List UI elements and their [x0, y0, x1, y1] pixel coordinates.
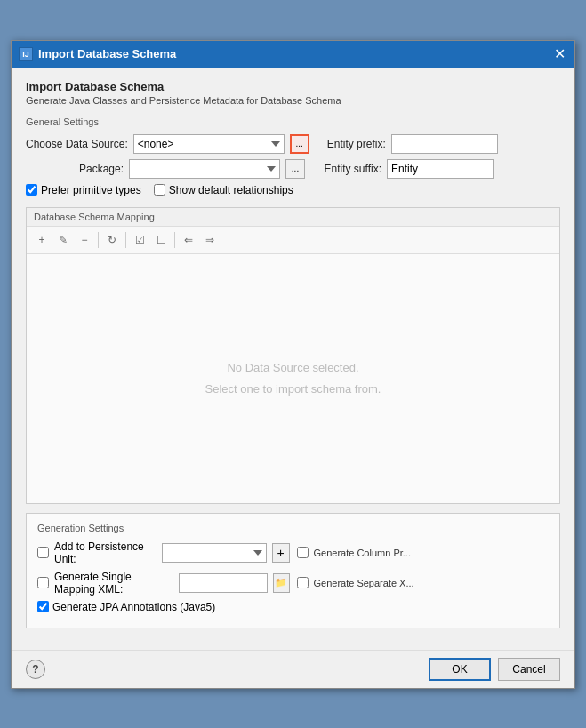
package-select[interactable] [129, 159, 280, 179]
generate-separate-label: Generate Separate X... [314, 578, 414, 588]
generation-settings-section: Generation Settings Add to Persistence U… [26, 513, 560, 628]
add-persistence-checkbox[interactable] [37, 547, 49, 558]
add-persistence-label: Add to Persistence Unit: [54, 540, 157, 565]
data-source-label: Choose Data Source: [26, 138, 128, 150]
gen-row-3: Generate JPA Annotations (Java5) [37, 601, 549, 613]
single-xml-folder-button[interactable]: 📁 [273, 573, 289, 593]
help-button[interactable]: ? [26, 660, 45, 679]
generate-separate-checkbox[interactable] [297, 577, 309, 588]
gen-right-1: Generate Column Pr... [297, 547, 550, 558]
dialog-main-title: Import Database Schema [26, 80, 560, 93]
db-schema-toolbar: + ✎ − ↻ ☑ ☐ [27, 227, 559, 254]
data-source-dots-button[interactable]: ... [290, 134, 309, 154]
db-schema-content: No Data Source selected. Select one to i… [27, 254, 559, 503]
persistence-add-button[interactable]: + [272, 543, 290, 563]
general-settings-label: General Settings [26, 116, 560, 127]
gen-left-2: Generate Single Mapping XML: 📁 [37, 571, 290, 596]
no-data-text: No Data Source selected. Select one to i… [205, 357, 381, 399]
generate-jpa-checkbox[interactable] [37, 601, 49, 612]
generation-settings-title: Generation Settings [37, 523, 549, 533]
prefer-primitive-label: Prefer primitive types [41, 184, 141, 196]
general-settings-section: General Settings Choose Data Source: <no… [26, 116, 560, 196]
check-toolbar-button[interactable]: ☑ [130, 230, 149, 250]
entity-prefix-label: Entity prefix: [315, 138, 386, 150]
ok-button[interactable]: OK [429, 658, 491, 681]
gen-row-2: Generate Single Mapping XML: 📁 Generate … [37, 571, 549, 596]
prefer-primitive-checkbox[interactable] [26, 184, 37, 196]
dialog-header: Import Database Schema Generate Java Cla… [26, 80, 560, 106]
show-default-checkbox[interactable] [154, 184, 165, 196]
package-row: Package: ... Entity suffix: [26, 159, 560, 179]
title-bar-left: IJ Import Database Schema [19, 47, 176, 61]
generate-single-checkbox[interactable] [37, 577, 49, 588]
dialog-subtitle: Generate Java Classes and Persistence Me… [26, 95, 560, 106]
db-schema-section: Database Schema Mapping + ✎ − ↻ ☑ [26, 207, 560, 504]
generate-column-label: Generate Column Pr... [314, 548, 411, 558]
gen-left-1: Add to Persistence Unit: + [37, 540, 290, 565]
package-label: Package: [26, 163, 124, 175]
align-right-toolbar-button[interactable]: ⇒ [200, 230, 220, 250]
gen-row-1: Add to Persistence Unit: + Generate Colu… [37, 540, 549, 565]
package-dots-button[interactable]: ... [285, 159, 305, 179]
generate-single-label: Generate Single Mapping XML: [54, 571, 173, 596]
dialog-title: Import Database Schema [38, 47, 176, 60]
checkboxes-row: Prefer primitive types Show default rela… [26, 184, 560, 196]
single-xml-input[interactable] [179, 573, 268, 593]
prefer-primitive-item: Prefer primitive types [26, 184, 141, 196]
import-database-schema-dialog: IJ Import Database Schema ✕ Import Datab… [11, 40, 575, 689]
edit-toolbar-button[interactable]: ✎ [53, 230, 73, 250]
generate-jpa-item: Generate JPA Annotations (Java5) [37, 601, 215, 613]
entity-prefix-input[interactable] [391, 134, 498, 154]
toolbar-sep-1 [98, 232, 99, 248]
align-left-toolbar-button[interactable]: ⇐ [179, 230, 198, 250]
show-default-label: Show default relationships [169, 184, 293, 196]
toolbar-sep-2 [125, 232, 126, 248]
toolbar-sep-3 [174, 232, 175, 248]
db-schema-title: Database Schema Mapping [27, 208, 559, 227]
cancel-button[interactable]: Cancel [498, 658, 560, 681]
data-source-row: Choose Data Source: <none> ... Entity pr… [26, 134, 560, 154]
close-button[interactable]: ✕ [552, 47, 567, 61]
data-source-select[interactable]: <none> [133, 134, 285, 154]
generate-jpa-label: Generate JPA Annotations (Java5) [52, 601, 215, 613]
remove-toolbar-button[interactable]: − [75, 230, 94, 250]
persistence-unit-select[interactable] [162, 543, 267, 563]
gen-right-2: Generate Separate X... [297, 577, 550, 588]
uncheck-toolbar-button[interactable]: ☐ [151, 230, 171, 250]
entity-suffix-label: Entity suffix: [310, 163, 381, 175]
show-default-item: Show default relationships [154, 184, 293, 196]
dialog-footer: ? OK Cancel [12, 650, 574, 688]
add-toolbar-button[interactable]: + [32, 230, 52, 250]
dialog-body: Import Database Schema Generate Java Cla… [12, 68, 574, 650]
entity-suffix-input[interactable] [387, 159, 494, 179]
dialog-icon: IJ [19, 47, 33, 61]
generate-column-checkbox[interactable] [297, 547, 309, 558]
refresh-toolbar-button[interactable]: ↻ [102, 230, 122, 250]
title-bar: IJ Import Database Schema ✕ [12, 41, 574, 68]
